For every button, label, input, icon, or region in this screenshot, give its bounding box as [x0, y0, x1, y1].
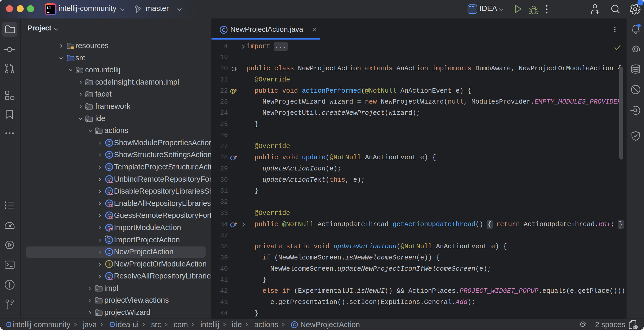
svg-text:C: C [107, 237, 111, 243]
svg-text:C: C [107, 164, 111, 170]
svg-text:C: C [107, 140, 111, 146]
svg-text:I: I [232, 90, 234, 93]
svg-text:C: C [222, 27, 225, 33]
svg-text:I: I [108, 262, 110, 267]
svg-text:C: C [107, 249, 111, 255]
svg-text:C: C [107, 152, 111, 158]
svg-text:C: C [293, 322, 296, 327]
